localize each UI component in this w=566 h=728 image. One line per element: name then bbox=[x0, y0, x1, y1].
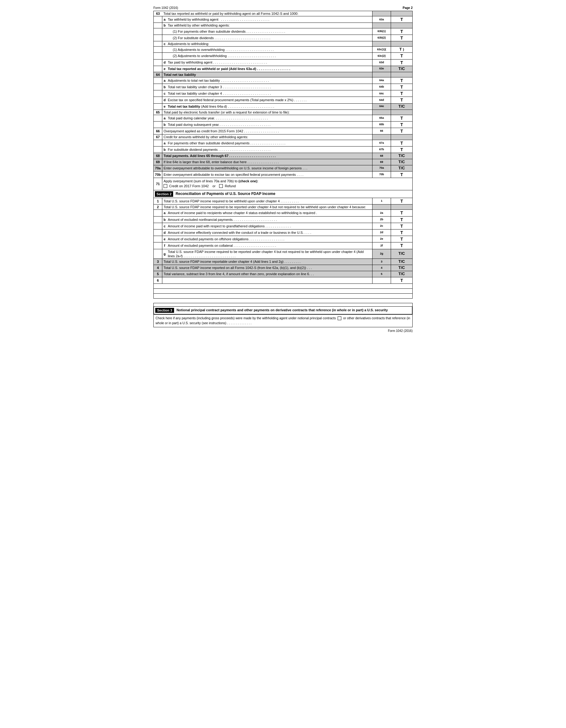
table-row: e Amount of excluded payments on offshor… bbox=[154, 236, 413, 242]
section3-label: Section 3 bbox=[155, 308, 174, 313]
blank-line-row-3 bbox=[154, 294, 413, 299]
field-label-63 bbox=[373, 11, 391, 16]
section2-header-row: Section 2 Reconciliation of Payments of … bbox=[154, 190, 413, 198]
table-row: 1 Total U.S. source FDAP income required… bbox=[154, 198, 413, 204]
table-row-6: 6 T bbox=[154, 277, 413, 283]
table-row: a For payments other than substitute div… bbox=[154, 140, 413, 146]
checkbox-refund-label: Refund bbox=[225, 184, 235, 188]
blank-line-row-1 bbox=[154, 284, 413, 289]
blank-line-row-2 bbox=[154, 289, 413, 294]
table-row: b For substitute dividend payments . . .… bbox=[154, 146, 413, 153]
main-table: 63 Total tax reported as withheld or pai… bbox=[153, 11, 413, 299]
footer-form-name: Form 1042 (2016) bbox=[388, 329, 413, 333]
table-row: (2) Adjustments to underwithholding . . … bbox=[154, 53, 413, 59]
field-value-63 bbox=[391, 11, 413, 16]
table-row: c Amount of income paid with respect to … bbox=[154, 223, 413, 229]
table-row: 65 Total paid by electronic funds transf… bbox=[154, 110, 413, 115]
section3-title: Notional principal contract payments and… bbox=[176, 308, 388, 312]
section3-container: Section 3 Notional principal contract pa… bbox=[153, 303, 413, 327]
table-row: b Tax withheld by other withholding agen… bbox=[154, 23, 413, 28]
section3-header: Section 3 Notional principal contract pa… bbox=[154, 306, 412, 314]
table-row: a Adjustments to total net tax liability… bbox=[154, 77, 413, 84]
table-row: (1) For payments other than substitute d… bbox=[154, 28, 413, 35]
table-row: 5 Total variance, subtract line 3 from l… bbox=[154, 271, 413, 277]
page-number: Page 2 bbox=[403, 6, 413, 10]
table-row: 66 Overpayment applied as credit from 20… bbox=[154, 128, 413, 134]
section2-label: Section 2 bbox=[155, 191, 173, 197]
section3-check-area: Check here if any payments (including gr… bbox=[154, 314, 412, 327]
table-row: b Amount of excluded nonfinancial paymen… bbox=[154, 216, 413, 223]
table-row: 70a Enter overpayment attributable to ov… bbox=[154, 165, 413, 171]
section3-checkbox[interactable] bbox=[338, 316, 341, 320]
table-row: 67 Credit for amounts withheld by other … bbox=[154, 134, 413, 140]
table-row: a Total paid during calendar year. . . .… bbox=[154, 115, 413, 121]
table-row: a Tax withheld by withholding agent . . … bbox=[154, 16, 413, 23]
table-row: b Total paid during subsequent year. . .… bbox=[154, 122, 413, 128]
table-row: 4 Total U.S. source FDAP income reported… bbox=[154, 265, 413, 271]
checkbox-credit-label: Credit on 2017 Form 1042 bbox=[169, 184, 209, 188]
table-row-71: 71 Apply overpayment (sum of lines 70a a… bbox=[154, 178, 413, 190]
table-row: 69 If line 64e is larger than line 68, e… bbox=[154, 159, 413, 165]
table-row: e Total tax reported as withheld or paid… bbox=[154, 66, 413, 72]
table-row: 68 Total payments. Add lines 65 through … bbox=[154, 153, 413, 159]
checkbox-refund[interactable] bbox=[219, 184, 223, 188]
table-row: d Amount of income effectively connected… bbox=[154, 230, 413, 236]
table-row: c Adjustments to withholding: bbox=[154, 41, 413, 47]
table-row: 3 Total U.S. source FDAP income reportab… bbox=[154, 259, 413, 265]
checkbox-credit[interactable] bbox=[163, 184, 167, 188]
form-name: Form 1042 (2016) bbox=[153, 6, 178, 10]
form-footer: Form 1042 (2016) bbox=[153, 329, 413, 333]
table-row: (2) For substitute dividends . . . . . .… bbox=[154, 35, 413, 41]
table-row: (1) Adjustments to overwithholding . . .… bbox=[154, 47, 413, 53]
table-row: g Total U.S. source FDAP income required… bbox=[154, 249, 413, 259]
table-row: a Amount of income paid to recipients wh… bbox=[154, 210, 413, 216]
table-row: f Amount of excluded payments on collate… bbox=[154, 242, 413, 249]
row-desc-63: Total tax reported as withheld or paid b… bbox=[162, 11, 373, 16]
table-row: 70b Enter overpayment attributable to ex… bbox=[154, 171, 413, 178]
row-num-63: 63 bbox=[154, 11, 162, 16]
table-row: e Total net tax liability (Add lines 64a… bbox=[154, 103, 413, 110]
form-header: Form 1042 (2016) Page 2 bbox=[153, 6, 413, 10]
table-row: 2 Total U.S. source FDAP income required… bbox=[154, 205, 413, 210]
table-row: 63 Total tax reported as withheld or pai… bbox=[154, 11, 413, 16]
table-row: d Tax paid by withholding agent . . . . … bbox=[154, 59, 413, 66]
table-row: b Total net tax liability under chapter … bbox=[154, 84, 413, 90]
table-row: c Total net tax liability under chapter … bbox=[154, 90, 413, 97]
section2-title: Reconciliation of Payments of U.S. Sourc… bbox=[175, 192, 275, 196]
table-row: d Excise tax on specified federal procur… bbox=[154, 97, 413, 103]
table-row: 64 Total net tax liability bbox=[154, 72, 413, 77]
